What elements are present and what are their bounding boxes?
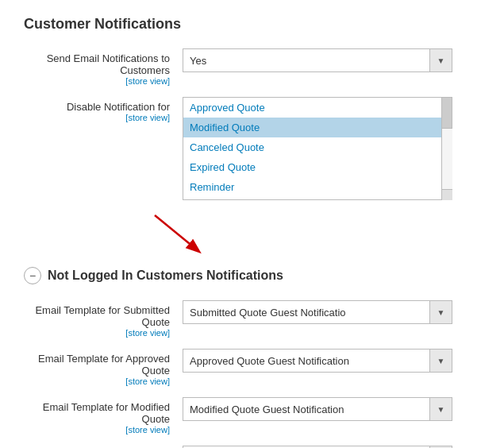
submitted-template-label-wrap: Email Template for Submitted Quote [stor…: [24, 300, 183, 338]
modified-template-label-wrap: Email Template for Modified Quote [store…: [24, 397, 183, 434]
submitted-template-label: Email Template for Submitted Quote: [24, 304, 170, 328]
approved-template-label-wrap: Email Template for Approved Quote [store…: [24, 349, 183, 386]
send-email-label-wrap: Send Email Notifications to Customers [s…: [24, 48, 183, 86]
modified-template-row: Email Template for Modified Quote [store…: [24, 397, 480, 434]
approved-template-row: Email Template for Approved Quote [store…: [24, 349, 480, 386]
send-email-row: Send Email Notifications to Customers [s…: [24, 48, 480, 86]
modified-template-arrow-icon[interactable]: [429, 398, 452, 420]
submitted-template-store-view: [store view]: [24, 328, 170, 338]
red-arrow-container: [24, 211, 480, 259]
modified-template-label: Email Template for Modified Quote: [24, 401, 170, 425]
modified-template-store-view: [store view]: [24, 425, 170, 434]
approved-template-value: Approved Quote Guest Notification: [183, 355, 429, 367]
approved-template-dropdown[interactable]: Approved Quote Guest Notification: [183, 349, 452, 373]
submitted-template-value: Submitted Quote Guest Notificatio: [183, 307, 429, 319]
disable-notification-label: Disable Notification for: [24, 101, 170, 113]
not-logged-title: Not Logged In Customers Notifications: [48, 268, 283, 283]
send-email-label: Send Email Notifications to Customers: [24, 52, 170, 76]
send-email-store-view: [store view]: [24, 76, 170, 86]
not-logged-header: Not Logged In Customers Notifications: [24, 267, 480, 284]
modified-template-control: Modified Quote Guest Notification: [183, 397, 480, 421]
approved-template-arrow-icon[interactable]: [429, 350, 452, 372]
approved-template-label: Email Template for Approved Quote: [24, 353, 170, 377]
submitted-template-dropdown[interactable]: Submitted Quote Guest Notificatio: [183, 300, 452, 324]
disable-notification-label-wrap: Disable Notification for [store view]: [24, 97, 183, 122]
multiselect-resize-handle[interactable]: [441, 189, 452, 200]
red-arrow-icon: [147, 211, 218, 259]
submitted-template-row: Email Template for Submitted Quote [stor…: [24, 300, 480, 338]
send-email-arrow-icon[interactable]: [429, 49, 452, 71]
disable-notification-list[interactable]: Approved Quote Modified Quote Canceled Q…: [183, 97, 452, 200]
modified-template-dropdown[interactable]: Modified Quote Guest Notification: [183, 397, 452, 421]
send-email-control: Yes: [183, 48, 480, 72]
disable-notification-row: Disable Notification for [store view] Ap…: [24, 97, 480, 200]
disable-notification-control: Approved Quote Modified Quote Canceled Q…: [183, 97, 480, 200]
send-email-dropdown[interactable]: Yes: [183, 48, 452, 72]
not-logged-section: Not Logged In Customers Notifications Em…: [24, 267, 480, 448]
disable-notification-multiselect-wrap: Approved Quote Modified Quote Canceled Q…: [183, 97, 452, 200]
list-item-reminder[interactable]: Reminder: [183, 177, 452, 197]
approved-template-store-view: [store view]: [24, 377, 170, 386]
submitted-template-control: Submitted Quote Guest Notificatio: [183, 300, 480, 324]
collapse-icon[interactable]: [24, 267, 41, 284]
list-item-expired-quote[interactable]: Expired Quote: [183, 157, 452, 177]
list-item-modified-quote[interactable]: Modified Quote: [183, 118, 452, 137]
modified-template-value: Modified Quote Guest Notification: [183, 404, 429, 415]
approved-template-control: Approved Quote Guest Notification: [183, 349, 480, 373]
disable-notification-store-view: [store view]: [24, 113, 170, 122]
list-item-approved-quote[interactable]: Approved Quote: [183, 98, 452, 118]
multiselect-scrollbar-track[interactable]: [441, 97, 452, 189]
submitted-template-arrow-icon[interactable]: [429, 301, 452, 323]
customer-notifications-section: Send Email Notifications to Customers [s…: [24, 48, 480, 200]
svg-line-1: [155, 215, 198, 251]
page-title: Customer Notifications: [24, 16, 480, 33]
list-item-canceled-quote[interactable]: Canceled Quote: [183, 137, 452, 157]
multiselect-scrollbar-thumb[interactable]: [441, 97, 452, 129]
send-email-value: Yes: [183, 55, 429, 67]
